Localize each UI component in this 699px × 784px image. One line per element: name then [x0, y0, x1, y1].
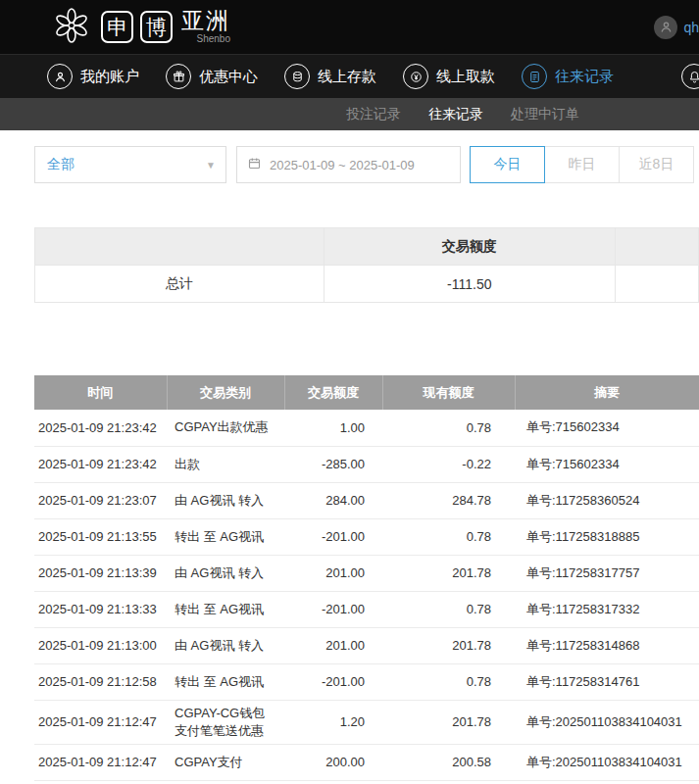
date-range-value: 2025-01-09 ~ 2025-01-09 — [270, 158, 415, 172]
cell-balance: 201.78 — [382, 555, 515, 591]
col-header-note: 摘要 — [515, 375, 699, 410]
summary-total-value: -111.50 — [324, 266, 616, 303]
nav-item-deposit[interactable]: 线上存款 — [284, 64, 376, 89]
notifications-button[interactable] — [681, 64, 699, 89]
brand-region-sub: Shenbo — [197, 34, 230, 44]
transaction-type-value: 全部 — [47, 156, 75, 173]
cell-balance: -0.22 — [382, 446, 515, 482]
cell-balance: 201.78 — [382, 627, 515, 663]
cell-time: 2025-01-09 21:12:47 — [34, 744, 167, 780]
brand-region: 亚洲 Shenbo — [181, 10, 230, 44]
cell-amount: 200.00 — [284, 744, 382, 780]
cell-time: 2025-01-09 21:13:39 — [34, 555, 167, 591]
nav-item-my-account[interactable]: 我的账户 — [47, 64, 139, 89]
cell-amount: -201.00 — [284, 518, 382, 555]
cell-time: 2025-01-09 21:13:00 — [34, 627, 167, 663]
cell-time: 2025-01-09 21:13:33 — [34, 591, 167, 627]
cell-note: 单号:117258314761 — [515, 663, 699, 700]
cell-type: 由 AG视讯 转入 — [167, 555, 284, 591]
table-row: 2025-01-09 21:13:39 由 AG视讯 转入 201.00 201… — [34, 555, 699, 591]
withdraw-coin-icon — [403, 64, 428, 89]
cell-time: 2025-01-09 21:23:07 — [34, 482, 167, 518]
cell-time: 2025-01-09 21:13:55 — [34, 518, 167, 555]
records-header-row: 时间 交易类别 交易额度 现有额度 摘要 — [34, 375, 699, 410]
summary-header-row: 交易额度 — [35, 228, 699, 266]
tab-transaction-records[interactable]: 往来记录 — [428, 106, 483, 123]
cell-type: 由 AG视讯 转入 — [167, 627, 284, 663]
nav-item-promotions[interactable]: 优惠中心 — [166, 64, 258, 89]
cell-type: 由 AG视讯 转入 — [167, 482, 284, 518]
cell-time: 2025-01-09 21:12:58 — [34, 663, 167, 700]
cell-balance: 0.78 — [382, 591, 515, 627]
gift-icon — [166, 64, 191, 89]
cell-balance: 0.78 — [382, 518, 515, 555]
tab-betting-records[interactable]: 投注记录 — [346, 106, 401, 123]
cell-note: 单号:117258360524 — [515, 482, 699, 518]
table-row: 2025-01-09 21:12:47 CGPAY-CG钱包支付笔笔送优惠 1.… — [34, 700, 699, 744]
flower-logo-icon — [51, 5, 92, 50]
cell-type: CGPAY支付 — [167, 744, 284, 780]
document-icon — [522, 64, 547, 89]
main-nav: 我的账户 优惠中心 线上存款 线上取款 — [0, 54, 699, 98]
avatar-icon — [654, 16, 677, 39]
table-row: 2025-01-09 21:23:42 出款 -285.00 -0.22 单号:… — [34, 446, 699, 482]
table-row: 2025-01-09 21:13:00 由 AG视讯 转入 201.00 201… — [34, 627, 699, 663]
yesterday-button[interactable]: 昨日 — [544, 146, 620, 183]
table-row: 2025-01-09 21:12:47 CGPAY支付 200.00 200.5… — [34, 744, 699, 780]
user-account[interactable]: qh — [654, 16, 699, 39]
cell-note: 单号:202501103834104031 — [515, 700, 699, 744]
cell-amount: 284.00 — [284, 482, 382, 518]
summary-total-label: 总计 — [35, 266, 325, 303]
table-row: 2025-01-09 21:23:42 CGPAY出款优惠 1.00 0.78 … — [34, 410, 699, 446]
cell-amount: 201.00 — [284, 627, 382, 663]
cell-amount: -201.00 — [284, 663, 382, 700]
cell-note: 单号:117258317757 — [515, 555, 699, 591]
cell-note: 单号:715602334 — [515, 446, 699, 482]
brand-char-2: 博 — [140, 11, 173, 43]
summary-total-cut — [616, 266, 699, 303]
summary-header-empty — [35, 228, 325, 266]
summary-total-row: 总计 -111.50 — [35, 266, 699, 303]
cell-balance: 200.58 — [382, 744, 515, 780]
cell-type: 出款 — [167, 446, 284, 482]
top-header: 申 博 亚洲 Shenbo qh — [0, 0, 699, 54]
tab-pending-orders[interactable]: 处理中订单 — [511, 106, 579, 123]
brand-logo: 申 博 亚洲 Shenbo — [51, 5, 230, 50]
table-row: 2025-01-09 21:13:33 转出 至 AG视讯 -201.00 0.… — [34, 591, 699, 627]
summary-header-cut — [616, 228, 699, 266]
table-row: 2025-01-09 21:12:58 转出 至 AG视讯 -201.00 0.… — [34, 663, 699, 700]
cell-type: 转出 至 AG视讯 — [167, 663, 284, 700]
cell-note: 单号:202501103834104031 — [515, 744, 699, 780]
brand-char-1: 申 — [101, 11, 133, 43]
summary-header-amount: 交易额度 — [324, 228, 616, 266]
last-8-days-button[interactable]: 近8日 — [619, 146, 694, 183]
cell-amount: 1.20 — [284, 700, 382, 744]
nav-item-transaction-records[interactable]: 往来记录 — [522, 64, 614, 89]
username-text: qh — [683, 20, 699, 35]
records-table: 时间 交易类别 交易额度 现有额度 摘要 2025-01-09 21:23:42… — [34, 375, 699, 781]
cell-balance: 284.78 — [382, 482, 515, 518]
table-row: 2025-01-09 21:23:07 由 AG视讯 转入 284.00 284… — [34, 482, 699, 518]
cell-type: CGPAY出款优惠 — [167, 410, 284, 446]
cell-balance: 0.78 — [382, 410, 515, 446]
col-header-time: 时间 — [34, 375, 167, 410]
nav-item-label: 往来记录 — [555, 68, 614, 86]
nav-item-label: 我的账户 — [80, 68, 139, 86]
cell-time: 2025-01-09 21:12:47 — [34, 700, 167, 744]
summary-table: 交易额度 总计 -111.50 — [34, 227, 699, 303]
date-range-input[interactable]: 2025-01-09 ~ 2025-01-09 — [236, 146, 461, 183]
nav-item-label: 线上存款 — [318, 68, 376, 86]
nav-item-withdraw[interactable]: 线上取款 — [403, 64, 495, 89]
coins-icon — [284, 64, 310, 89]
user-icon — [47, 64, 73, 89]
filter-bar: 全部 ▼ 2025-01-09 ~ 2025-01-09 今日 昨日 近8日 — [34, 146, 699, 183]
cell-note: 单号:117258314868 — [515, 627, 699, 663]
calendar-icon — [247, 156, 262, 173]
quick-date-buttons: 今日 昨日 近8日 — [471, 146, 694, 183]
cell-amount: 201.00 — [284, 555, 382, 591]
today-button[interactable]: 今日 — [470, 146, 545, 183]
cell-type: 转出 至 AG视讯 — [167, 591, 284, 627]
table-row: 2025-01-09 21:13:55 转出 至 AG视讯 -201.00 0.… — [34, 518, 699, 555]
transaction-type-select[interactable]: 全部 ▼ — [34, 146, 226, 183]
brand-region-cn: 亚洲 — [181, 10, 230, 32]
